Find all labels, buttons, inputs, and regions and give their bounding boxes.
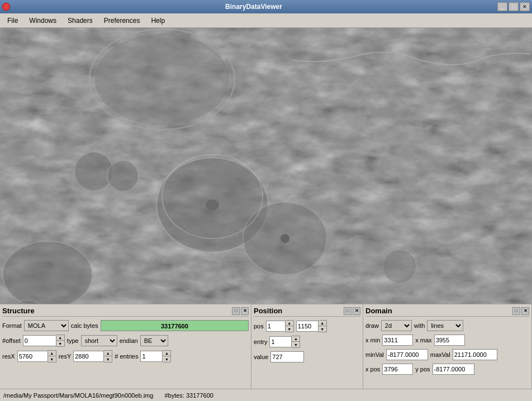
resy-up[interactable]: ▲ [104,351,112,356]
menu-help[interactable]: Help [146,15,170,26]
entry-row: entry ▲ ▼ [254,336,360,348]
progress-text: 33177600 [101,321,248,331]
filepath-label: /media/My Passport/Mars/MOLA16/megt90n00… [3,392,153,399]
ypos-label: y pos [415,366,430,373]
entry-down[interactable]: ▼ [292,342,300,347]
minmaxval-row: minVal maxVal [365,349,529,360]
draw-row: draw 2d 3d with lines points [365,320,529,331]
with-select[interactable]: lines points [427,320,463,331]
pos1-up[interactable]: ▲ [286,321,293,326]
type-label: type [67,337,79,344]
image-viewport [0,28,532,304]
structure-panel-header: Structure □ ✕ [2,307,249,317]
resy-input[interactable] [73,351,104,362]
resy-label: resY [59,353,72,360]
type-select[interactable]: short int float [81,335,117,346]
draw-select[interactable]: 2d 3d [381,320,412,331]
menu-windows[interactable]: Windows [24,15,61,26]
entries-spinner: ▲ ▼ [140,350,171,362]
offset-input[interactable] [23,335,56,346]
entry-label: entry [254,338,267,345]
close-button[interactable]: ✕ [520,2,530,11]
format-row: Format MOLA calc bytes 33177600 [2,320,249,331]
domain-expand-icon[interactable]: □ [512,307,520,315]
endian-select[interactable]: BE LE [140,335,168,346]
close-traffic-light[interactable] [2,3,10,11]
pos1-down[interactable]: ▼ [286,326,293,332]
offset-down[interactable]: ▼ [56,341,64,346]
xmin-input[interactable] [382,335,413,346]
pos2-input[interactable] [296,321,319,332]
resx-down[interactable]: ▼ [48,356,56,362]
offset-row: #offset ▲ ▼ type short int float endian … [2,335,249,347]
domain-panel-header: Domain □ ✕ [365,307,529,317]
menu-preferences[interactable]: Preferences [99,15,145,26]
minimize-button[interactable]: _ [497,2,507,11]
title-bar: BinaryDataViewer _ □ ✕ [0,0,532,13]
value-label: value [254,354,268,360]
pos2-up[interactable]: ▲ [319,321,326,326]
pos1-spinner: ▲ ▼ [266,320,294,332]
pos1-input[interactable] [266,321,286,332]
minval-label: minVal [365,351,384,358]
offset-up[interactable]: ▲ [56,335,64,341]
position-panel-title: Position [254,307,282,315]
resx-up[interactable]: ▲ [48,351,56,356]
position-expand-icon[interactable]: □ [344,307,352,315]
pos-label: pos [254,323,264,330]
pos2-down[interactable]: ▼ [319,326,326,332]
position-panel-icons: □ ✕ [344,307,360,315]
position-panel: Position □ ✕ pos ▲ ▼ [251,304,363,389]
maxval-label: maxVal [430,351,450,358]
structure-panel-title: Structure [2,307,35,315]
draw-label: draw [365,322,379,329]
entries-input[interactable] [140,351,163,362]
entry-up[interactable]: ▲ [292,336,300,342]
offset-label: #offset [2,337,21,344]
resx-spinner: ▲ ▼ [17,350,56,362]
resx-spinner-btns: ▲ ▼ [48,350,56,362]
menu-shaders[interactable]: Shaders [63,15,98,26]
resy-down[interactable]: ▼ [104,356,112,362]
structure-expand-icon[interactable]: □ [232,307,240,315]
xminmax-row: x min x max [365,335,529,346]
with-label: with [414,322,425,329]
resx-label: resX [2,353,15,360]
structure-close-icon[interactable]: ✕ [241,307,249,315]
value-input[interactable] [270,351,304,362]
xmax-input[interactable] [434,335,465,346]
domain-close-icon[interactable]: ✕ [521,307,529,315]
structure-panel: Structure □ ✕ Format MOLA calc bytes 331… [0,304,251,389]
menu-file[interactable]: File [2,15,23,26]
entries-spinner-btns: ▲ ▼ [163,350,171,362]
offset-spinner: ▲ ▼ [23,335,65,347]
ypos-input[interactable] [433,364,474,375]
entry-input[interactable] [269,336,292,347]
xypos-row: x pos y pos [365,364,529,375]
resy-spinner-btns: ▲ ▼ [104,350,112,362]
entry-spinner-btns: ▲ ▼ [292,336,300,348]
xpos-input[interactable] [382,364,413,375]
entries-up[interactable]: ▲ [163,351,170,356]
resx-input[interactable] [17,351,48,362]
domain-panel-icons: □ ✕ [512,307,529,315]
minval-input[interactable] [386,349,428,360]
entries-down[interactable]: ▼ [163,356,170,362]
terrain-image [0,28,532,304]
value-row: value [254,351,360,362]
status-bar: /media/My Passport/Mars/MOLA16/megt90n00… [0,389,532,401]
calc-bytes-progress: 33177600 [101,320,249,331]
res-row: resX ▲ ▼ resY ▲ ▼ # entries [2,350,249,362]
maxval-input[interactable] [453,349,497,360]
entries-label: # entries [115,353,138,360]
svg-rect-13 [0,28,532,304]
position-close-icon[interactable]: ✕ [353,307,360,315]
maximize-button[interactable]: □ [509,2,519,11]
format-label: Format [2,322,22,329]
menu-bar: File Windows Shaders Preferences Help [0,13,532,28]
domain-panel: Domain □ ✕ draw 2d 3d with lines points [363,304,532,389]
calc-bytes-label: calc bytes [71,322,98,329]
bottom-panels: Structure □ ✕ Format MOLA calc bytes 331… [0,304,532,401]
pos2-spinner: ▲ ▼ [296,320,327,332]
format-select[interactable]: MOLA [24,320,69,331]
